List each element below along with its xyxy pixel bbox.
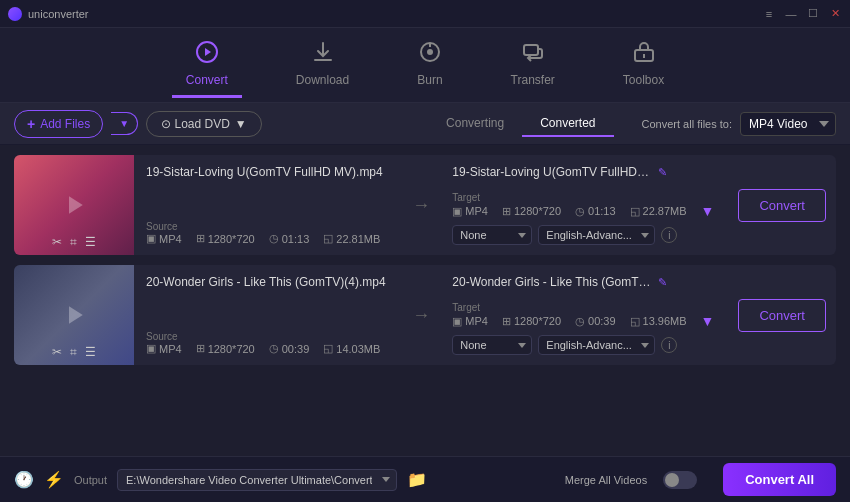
app-logo: [8, 7, 22, 21]
nav-label-transfer: Transfer: [511, 73, 555, 87]
target-format: MP4: [465, 315, 488, 327]
target-dropdowns: None English-Advanc... i: [452, 225, 714, 245]
convert-btn-area: Convert: [726, 155, 836, 255]
bottom-bar: 🕐 ⚡ Output E:\Wondershare Video Converte…: [0, 456, 850, 502]
toolbox-icon: [632, 40, 656, 69]
lightning-icon[interactable]: ⚡: [44, 470, 64, 489]
cut-icon[interactable]: ✂: [52, 235, 62, 249]
file-item: ✂ ⌗ ☰ 20-Wonder Girls - Like This (GomTV…: [14, 265, 836, 365]
nav-item-burn[interactable]: Burn: [403, 32, 456, 98]
thumb-controls: ✂ ⌗ ☰: [14, 233, 134, 251]
menu-icon[interactable]: ☰: [85, 235, 96, 249]
thumb-controls: ✂ ⌗ ☰: [14, 343, 134, 361]
source-resolution-item: ⊞ 1280*720: [196, 232, 255, 245]
source-meta: ▣ MP4 ⊞ 1280*720 ◷ 01:13 ◱ 22.81MB: [146, 232, 390, 245]
add-files-button[interactable]: + Add Files: [14, 110, 103, 138]
file-source-info: 19-Sistar-Loving U(GomTV FullHD MV).mp4 …: [134, 155, 402, 255]
target-format-chevron[interactable]: ▼: [701, 313, 715, 329]
toolbar-tabs: Converting Converted: [428, 111, 613, 137]
source-duration: 01:13: [282, 233, 310, 245]
folder-icon[interactable]: 📁: [407, 470, 427, 489]
convert-button[interactable]: Convert: [738, 189, 826, 222]
info-icon[interactable]: i: [661, 337, 677, 353]
subtitle-select-2[interactable]: English-Advanc...: [538, 335, 655, 355]
load-dvd-label: ⊙ Load DVD: [161, 117, 230, 131]
source-resolution-item: ⊞ 1280*720: [196, 342, 255, 355]
subtitle-select-2[interactable]: English-Advanc...: [538, 225, 655, 245]
format-icon: ▣: [146, 342, 156, 355]
minimize-btn[interactable]: —: [784, 8, 798, 20]
app-name: uniconverter: [28, 8, 89, 20]
file-item: ✂ ⌗ ☰ 19-Sistar-Loving U(GomTV FullHD MV…: [14, 155, 836, 255]
load-dvd-button[interactable]: ⊙ Load DVD ▼: [146, 111, 262, 137]
target-duration: 00:39: [588, 315, 616, 327]
crop-icon[interactable]: ⌗: [70, 235, 77, 249]
target-size-icon: ◱: [630, 205, 640, 218]
transfer-icon: [521, 40, 545, 69]
source-size: 14.03MB: [336, 343, 380, 355]
target-name-row: 20-Wonder Girls - Like This (GomTV)(4).m…: [452, 275, 714, 289]
target-resolution: 1280*720: [514, 315, 561, 327]
source-duration: 00:39: [282, 343, 310, 355]
load-dvd-chevron: ▼: [235, 117, 247, 131]
merge-label: Merge All Videos: [565, 474, 647, 486]
target-format: MP4: [465, 205, 488, 217]
edit-icon[interactable]: ✎: [658, 276, 667, 289]
convert-all-files-label: Convert all files to:: [642, 118, 732, 130]
add-files-label: Add Files: [40, 117, 90, 131]
tab-converted[interactable]: Converted: [522, 111, 613, 137]
target-res-icon: ⊞: [502, 205, 511, 218]
output-path-select[interactable]: E:\Wondershare Video Converter Ultimate\…: [117, 469, 397, 491]
source-format-item: ▣ MP4: [146, 232, 182, 245]
target-resolution-item: ⊞ 1280*720: [502, 315, 561, 328]
nav: Convert Download Burn Tran: [0, 28, 850, 103]
output-label: Output: [74, 474, 107, 486]
convert-button[interactable]: Convert: [738, 299, 826, 332]
source-size-item: ◱ 22.81MB: [323, 232, 380, 245]
source-format-item: ▣ MP4: [146, 342, 182, 355]
crop-icon[interactable]: ⌗: [70, 345, 77, 359]
target-dropdowns: None English-Advanc... i: [452, 335, 714, 355]
cut-icon[interactable]: ✂: [52, 345, 62, 359]
arrow: →: [402, 265, 440, 365]
subtitle-select-1[interactable]: None: [452, 225, 532, 245]
target-dur-icon: ◷: [575, 315, 585, 328]
menu-btn[interactable]: ≡: [762, 8, 776, 20]
merge-toggle[interactable]: [663, 471, 697, 489]
target-duration-item: ◷ 01:13: [575, 205, 616, 218]
target-filename: 20-Wonder Girls - Like This (GomTV)(4).m…: [452, 275, 652, 289]
source-size: 22.81MB: [336, 233, 380, 245]
edit-icon[interactable]: ✎: [658, 166, 667, 179]
title-bar-controls: ≡ — ☐ ✕: [762, 7, 842, 20]
tab-converting[interactable]: Converting: [428, 111, 522, 137]
target-resolution-item: ⊞ 1280*720: [502, 205, 561, 218]
nav-item-transfer[interactable]: Transfer: [497, 32, 569, 98]
source-meta: ▣ MP4 ⊞ 1280*720 ◷ 00:39 ◱ 14.03MB: [146, 342, 390, 355]
format-icon: ▣: [146, 232, 156, 245]
target-format-item: ▣ MP4: [452, 205, 488, 218]
format-select[interactable]: MP4 Video MKV Video AVI Video MOV Video: [740, 112, 836, 136]
target-format-item: ▣ MP4: [452, 315, 488, 328]
clock-icon[interactable]: 🕐: [14, 470, 34, 489]
maximize-btn[interactable]: ☐: [806, 7, 820, 20]
menu-icon[interactable]: ☰: [85, 345, 96, 359]
close-btn[interactable]: ✕: [828, 7, 842, 20]
nav-item-toolbox[interactable]: Toolbox: [609, 32, 678, 98]
resolution-icon: ⊞: [196, 232, 205, 245]
nav-item-convert[interactable]: Convert: [172, 32, 242, 98]
nav-item-download[interactable]: Download: [282, 32, 363, 98]
source-format: MP4: [159, 343, 182, 355]
target-format-chevron[interactable]: ▼: [701, 203, 715, 219]
info-icon[interactable]: i: [661, 227, 677, 243]
title-bar-left: uniconverter: [8, 7, 89, 21]
subtitle-select-1[interactable]: None: [452, 335, 532, 355]
convert-btn-area: Convert: [726, 265, 836, 365]
toolbar: + Add Files ▼ ⊙ Load DVD ▼ Converting Co…: [0, 103, 850, 145]
add-files-dropdown-button[interactable]: ▼: [111, 112, 138, 135]
plus-icon: +: [27, 116, 35, 132]
size-icon: ◱: [323, 232, 333, 245]
convert-all-button[interactable]: Convert All: [723, 463, 836, 496]
source-duration-item: ◷ 00:39: [269, 342, 310, 355]
source-label: Source: [146, 221, 386, 232]
target-filename: 19-Sistar-Loving U(GomTV FullHD MV).mp4: [452, 165, 652, 179]
